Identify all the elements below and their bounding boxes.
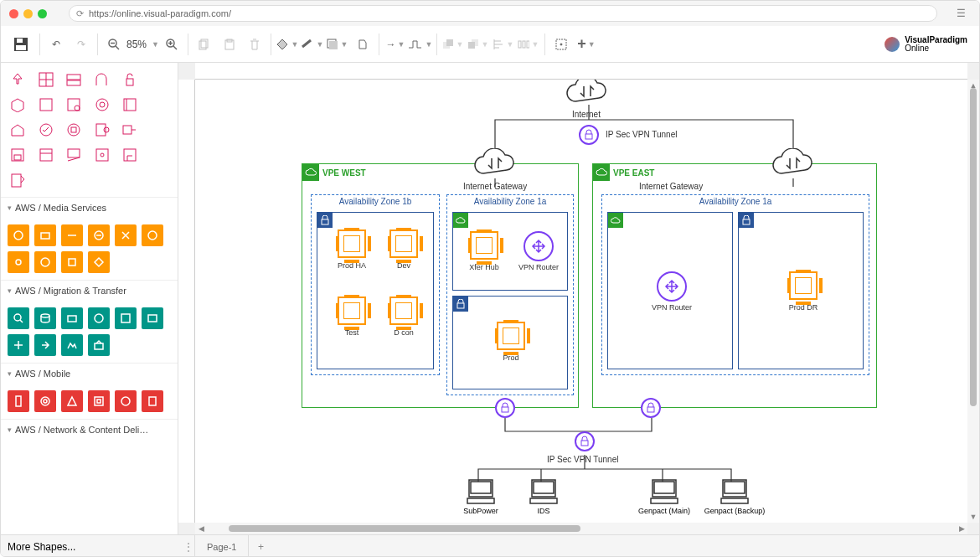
sidebar-scrollbar[interactable] bbox=[171, 68, 178, 529]
shadow-button[interactable]: ▼ bbox=[325, 32, 350, 57]
panel-header-network[interactable]: AWS / Network & Content Deli… bbox=[1, 419, 178, 440]
internet-cloud-icon[interactable] bbox=[564, 80, 611, 110]
scroll-thumb[interactable] bbox=[229, 525, 580, 532]
shape-tool[interactable] bbox=[92, 145, 112, 165]
minimize-window-button[interactable] bbox=[23, 9, 33, 18]
aws-shape[interactable] bbox=[61, 390, 83, 412]
shape-tool[interactable] bbox=[148, 95, 168, 115]
shape-tool[interactable] bbox=[120, 70, 140, 90]
more-shapes-button[interactable]: More Shapes... bbox=[1, 541, 178, 553]
zoom-level[interactable]: 85%▼ bbox=[126, 39, 159, 50]
select-tool-button[interactable] bbox=[549, 32, 574, 57]
aws-shape[interactable] bbox=[34, 334, 56, 356]
aws-shape[interactable] bbox=[61, 251, 83, 273]
shape-tool[interactable] bbox=[148, 70, 168, 90]
connector-style-button[interactable]: ▼ bbox=[408, 32, 433, 57]
shape-tool[interactable] bbox=[148, 145, 168, 165]
shape-tool[interactable] bbox=[120, 145, 140, 165]
aws-shape[interactable] bbox=[34, 251, 56, 273]
aws-shape[interactable] bbox=[142, 307, 163, 329]
fill-button[interactable]: ▼ bbox=[275, 32, 300, 57]
shape-tool[interactable] bbox=[36, 95, 56, 115]
zoom-out-button[interactable] bbox=[101, 32, 126, 57]
format-painter-button[interactable] bbox=[350, 32, 375, 57]
stroke-button[interactable]: ▼ bbox=[300, 32, 325, 57]
aws-shape[interactable] bbox=[34, 307, 56, 329]
panel-header-media[interactable]: AWS / Media Services bbox=[1, 197, 178, 218]
shape-tool[interactable] bbox=[36, 120, 56, 140]
aws-shape[interactable] bbox=[88, 334, 110, 356]
panel-header-migration[interactable]: AWS / Migration & Transfer bbox=[1, 280, 178, 301]
aws-shape[interactable] bbox=[8, 224, 29, 246]
shape-tool[interactable] bbox=[92, 120, 112, 140]
shape-tool[interactable] bbox=[64, 95, 84, 115]
undo-button[interactable]: ↶ bbox=[44, 32, 69, 57]
aws-shape[interactable] bbox=[142, 224, 163, 246]
panel-header-mobile[interactable]: AWS / Mobile bbox=[1, 363, 178, 384]
aws-shape[interactable] bbox=[8, 334, 29, 356]
cloud-gateway-west-icon[interactable] bbox=[472, 148, 518, 182]
shape-tool[interactable] bbox=[120, 95, 140, 115]
aws-shape[interactable] bbox=[8, 307, 29, 329]
redo-button[interactable]: ↷ bbox=[69, 32, 94, 57]
aws-shape[interactable] bbox=[142, 390, 163, 412]
shape-tool[interactable] bbox=[64, 70, 84, 90]
aws-shape[interactable] bbox=[115, 307, 137, 329]
shape-tool[interactable] bbox=[92, 70, 112, 90]
diagram[interactable]: Internet IP Sec VPN Tunnel Internet Gate… bbox=[195, 80, 967, 523]
paste-button[interactable] bbox=[217, 32, 242, 57]
save-button[interactable] bbox=[6, 32, 36, 57]
shape-tool[interactable] bbox=[8, 70, 28, 90]
aws-shape[interactable] bbox=[88, 251, 110, 273]
aws-shape[interactable] bbox=[8, 251, 29, 273]
reload-icon[interactable]: ⟳ bbox=[76, 8, 84, 19]
shape-tool[interactable] bbox=[120, 120, 140, 140]
shape-tool[interactable] bbox=[8, 95, 28, 115]
shape-tool[interactable] bbox=[36, 145, 56, 165]
aws-shape[interactable] bbox=[34, 224, 56, 246]
to-front-button[interactable]: ▼ bbox=[441, 32, 466, 57]
lock-icon[interactable] bbox=[641, 398, 661, 418]
aws-shape[interactable] bbox=[34, 390, 56, 412]
add-page-button[interactable]: + bbox=[249, 535, 272, 558]
horizontal-scrollbar[interactable]: ◀ ▶ bbox=[195, 523, 967, 534]
shape-tool[interactable] bbox=[8, 170, 28, 190]
url-bar[interactable]: ⟳ https://online.visual-paradigm.com/ bbox=[69, 5, 937, 22]
lock-icon[interactable] bbox=[495, 398, 515, 418]
shape-tool[interactable] bbox=[148, 120, 168, 140]
scroll-thumb[interactable] bbox=[970, 88, 977, 406]
aws-shape[interactable] bbox=[61, 224, 83, 246]
add-button[interactable]: +▼ bbox=[574, 32, 599, 57]
shape-tool[interactable] bbox=[36, 70, 56, 90]
aws-shape[interactable] bbox=[88, 224, 110, 246]
aws-shape[interactable] bbox=[88, 307, 110, 329]
to-back-button[interactable]: ▼ bbox=[466, 32, 491, 57]
maximize-window-button[interactable] bbox=[38, 9, 47, 18]
shape-tool[interactable] bbox=[92, 95, 112, 115]
browser-menu-button[interactable]: ☰ bbox=[951, 3, 971, 23]
connector-start-button[interactable]: →▼ bbox=[383, 32, 408, 57]
lock-icon[interactable] bbox=[575, 431, 595, 451]
vertical-scrollbar[interactable]: ▲ ▼ bbox=[967, 80, 979, 523]
close-window-button[interactable] bbox=[9, 9, 18, 18]
shape-tool[interactable] bbox=[8, 145, 28, 165]
align-button[interactable]: ▼ bbox=[491, 32, 516, 57]
aws-shape[interactable] bbox=[115, 390, 137, 412]
aws-shape[interactable] bbox=[61, 307, 83, 329]
shape-tool[interactable] bbox=[64, 145, 84, 165]
distribute-button[interactable]: ▼ bbox=[516, 32, 541, 57]
aws-shape[interactable] bbox=[61, 334, 83, 356]
tab-page-1[interactable]: Page-1 bbox=[195, 535, 249, 558]
aws-shape[interactable] bbox=[8, 390, 29, 412]
shape-tool[interactable] bbox=[8, 120, 28, 140]
shape-tool[interactable] bbox=[64, 120, 84, 140]
aws-shape[interactable] bbox=[88, 390, 110, 412]
copy-button[interactable] bbox=[192, 32, 217, 57]
canvas[interactable]: Internet IP Sec VPN Tunnel Internet Gate… bbox=[195, 80, 967, 523]
lock-icon[interactable] bbox=[579, 125, 599, 145]
delete-button[interactable] bbox=[242, 32, 267, 57]
logo[interactable]: VisualParadigmOnline bbox=[885, 36, 967, 53]
zoom-in-button[interactable] bbox=[159, 32, 184, 57]
aws-shape[interactable] bbox=[115, 224, 137, 246]
tab-drag-handle[interactable]: ⋮ bbox=[182, 535, 195, 558]
